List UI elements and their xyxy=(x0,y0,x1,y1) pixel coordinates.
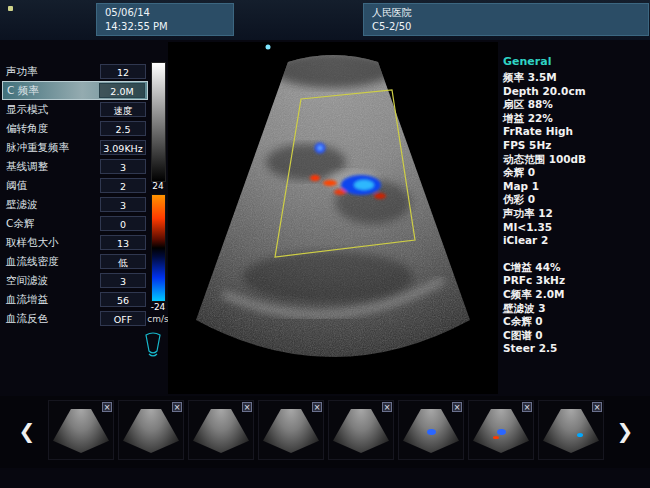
ultrasound-image[interactable] xyxy=(168,42,498,394)
thumbnail[interactable]: × xyxy=(468,400,534,460)
hospital-name: 人民医院 xyxy=(372,6,640,20)
info-line: 动态范围 100dB xyxy=(503,153,648,167)
close-icon[interactable]: × xyxy=(312,402,322,412)
param-row-spatial-filter[interactable]: 空间滤波 3 xyxy=(2,271,148,290)
thumbnail[interactable]: × xyxy=(188,400,254,460)
param-label: 血流反色 xyxy=(2,312,100,326)
hospital-box: 人民医院 C5-2/50 xyxy=(363,3,649,36)
info-line: C图谱 0 xyxy=(503,329,648,343)
param-row-packet-size[interactable]: 取样包大小 13 xyxy=(2,233,148,252)
param-row-flow-gain[interactable]: 血流增益 56 xyxy=(2,290,148,309)
param-row-display-mode[interactable]: 显示模式 速度 xyxy=(2,100,148,119)
param-value[interactable]: 3 xyxy=(100,197,146,212)
close-icon[interactable]: × xyxy=(452,402,462,412)
date-text: 05/06/14 xyxy=(105,6,225,20)
param-value[interactable]: 速度 xyxy=(100,102,146,117)
param-row-acoustic-power[interactable]: 声功率 12 xyxy=(2,62,148,81)
param-label: 偏转角度 xyxy=(2,122,100,136)
param-row-c-persistence[interactable]: C余辉 0 xyxy=(2,214,148,233)
thumbnail-strip: ❮ × × × × × xyxy=(0,396,650,468)
info-line: 频率 3.5M xyxy=(503,71,648,85)
param-row-prf[interactable]: 脉冲重复频率 3.09KHz xyxy=(2,138,148,157)
datetime-box: 05/06/14 14:32:55 PM xyxy=(96,3,234,36)
param-row-wall-filter[interactable]: 壁滤波 3 xyxy=(2,195,148,214)
param-value[interactable]: OFF xyxy=(100,311,146,326)
param-value[interactable]: 0 xyxy=(100,216,146,231)
param-label: 阈值 xyxy=(2,179,100,193)
next-arrow-icon[interactable]: ❯ xyxy=(614,418,636,444)
thumbnail[interactable]: × xyxy=(398,400,464,460)
param-row-steer-angle[interactable]: 偏转角度 2.5 xyxy=(2,119,148,138)
thumbnail-image xyxy=(123,409,179,453)
corner-marker-icon xyxy=(8,6,13,11)
info-line: MI<1.35 xyxy=(503,221,648,235)
parameter-panel: 声功率 12 C 频率 2.0M 显示模式 速度 偏转角度 2.5 脉冲重复频率… xyxy=(2,62,148,328)
info-line: C增益 44% xyxy=(503,261,648,275)
thumbnail[interactable]: × xyxy=(118,400,184,460)
param-value[interactable]: 3 xyxy=(100,159,146,174)
thumbnail-list: × × × × × × xyxy=(48,400,604,460)
close-icon[interactable]: × xyxy=(522,402,532,412)
doppler-dot xyxy=(427,429,436,435)
param-row-line-density[interactable]: 血流线密度 低 xyxy=(2,252,148,271)
info-line: 壁滤波 3 xyxy=(503,302,648,316)
thumbnail[interactable]: × xyxy=(328,400,394,460)
info-line: C频率 2.0M xyxy=(503,288,648,302)
param-label: C余辉 xyxy=(2,217,100,231)
thumbnail-image xyxy=(543,409,599,453)
param-label: 取样包大小 xyxy=(2,236,100,250)
thumbnail-image xyxy=(333,409,389,453)
close-icon[interactable]: × xyxy=(592,402,602,412)
info-line: 声功率 12 xyxy=(503,207,648,221)
param-label: 空间滤波 xyxy=(2,274,100,288)
thumbnail[interactable]: × xyxy=(258,400,324,460)
thumbnail[interactable]: × xyxy=(48,400,114,460)
prev-arrow-icon[interactable]: ❮ xyxy=(16,418,38,444)
param-value[interactable]: 13 xyxy=(100,235,146,250)
param-value[interactable]: 3.09KHz xyxy=(100,140,146,155)
param-value[interactable]: 2 xyxy=(100,178,146,193)
info-line: 余辉 0 xyxy=(503,166,648,180)
param-row-threshold[interactable]: 阈值 2 xyxy=(2,176,148,195)
doppler-dot xyxy=(577,433,583,437)
thumbnail[interactable]: × xyxy=(538,400,604,460)
doppler-dot xyxy=(493,436,499,439)
param-label: 壁滤波 xyxy=(2,198,100,212)
body-marker-icon[interactable] xyxy=(140,330,166,364)
info-line: FrRate High xyxy=(503,125,648,139)
info-line: 伪彩 0 xyxy=(503,193,648,207)
param-label: 基线调整 xyxy=(2,160,100,174)
thumbnail-image xyxy=(193,409,249,453)
param-label: 血流增益 xyxy=(2,293,100,307)
close-icon[interactable]: × xyxy=(242,402,252,412)
info-line: 增益 22% xyxy=(503,112,648,126)
param-value[interactable]: 2.5 xyxy=(100,121,146,136)
close-icon[interactable]: × xyxy=(102,402,112,412)
top-bar: 05/06/14 14:32:55 PM 人民医院 C5-2/50 xyxy=(0,0,650,40)
info-line: iClear 2 xyxy=(503,234,648,248)
info-line: Depth 20.0cm xyxy=(503,85,648,99)
param-value[interactable]: 12 xyxy=(100,64,146,79)
param-label: 血流线密度 xyxy=(2,255,100,269)
param-value[interactable]: 56 xyxy=(100,292,146,307)
param-row-flow-invert[interactable]: 血流反色 OFF xyxy=(2,309,148,328)
info-line: Map 1 xyxy=(503,180,648,194)
close-icon[interactable]: × xyxy=(172,402,182,412)
param-label: 声功率 xyxy=(2,65,100,79)
info-line: FPS 5Hz xyxy=(503,139,648,153)
grayscale-bar xyxy=(151,62,166,182)
param-value[interactable]: 低 xyxy=(100,254,146,269)
param-row-baseline[interactable]: 基线调整 3 xyxy=(2,157,148,176)
param-value[interactable]: 3 xyxy=(100,273,146,288)
param-label: 脉冲重复频率 xyxy=(2,141,100,155)
info-line: C余辉 0 xyxy=(503,315,648,329)
doppler-dot xyxy=(497,429,506,435)
close-icon[interactable]: × xyxy=(382,402,392,412)
param-label: 显示模式 xyxy=(2,103,100,117)
info-line: Steer 2.5 xyxy=(503,342,648,356)
probe-model: C5-2/50 xyxy=(372,20,640,34)
param-row-c-frequency[interactable]: C 频率 2.0M xyxy=(2,81,148,100)
info-line: 扇区 88% xyxy=(503,98,648,112)
ultrasound-app: 05/06/14 14:32:55 PM 人民医院 C5-2/50 声功率 12… xyxy=(0,0,650,488)
param-value[interactable]: 2.0M xyxy=(99,83,145,98)
